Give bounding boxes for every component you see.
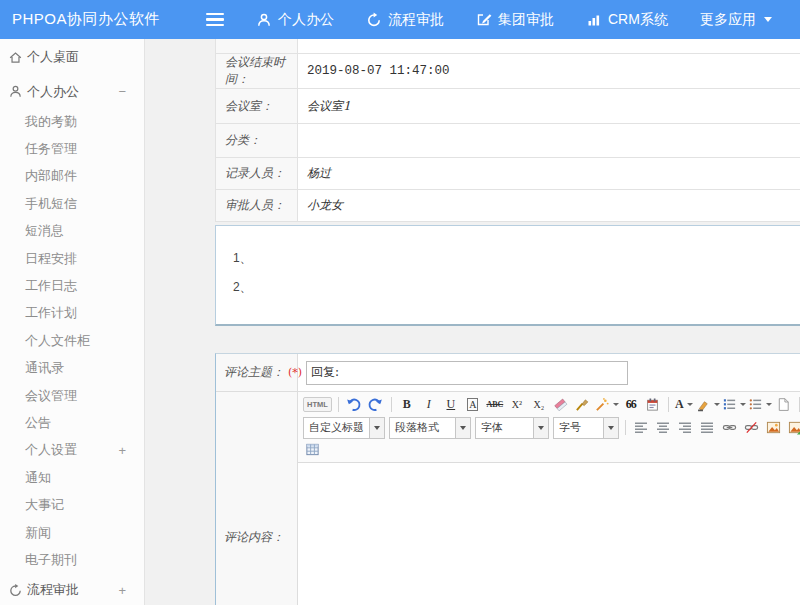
strikethrough-button[interactable]: ABC: [485, 395, 505, 414]
superscript-button[interactable]: X²: [507, 395, 527, 414]
eraser-icon[interactable]: [551, 395, 571, 414]
chevron-down-icon: [455, 418, 470, 438]
align-justify-icon[interactable]: [697, 418, 717, 437]
heading-select[interactable]: 自定义标题: [303, 417, 385, 439]
app-logo: PHPOA协同办公软件: [0, 10, 198, 29]
comment-subject-label: 评论主题：: [224, 364, 284, 381]
screenshot-icon[interactable]: [785, 418, 800, 437]
blockquote-button[interactable]: 66: [621, 395, 641, 414]
sidebar-item-my-attendance[interactable]: 我的考勤: [0, 108, 144, 135]
highlight-color-icon[interactable]: [696, 395, 720, 414]
nav-workflow-approval[interactable]: 流程审批: [366, 11, 444, 29]
nav-crm-system[interactable]: CRM系统: [586, 11, 668, 29]
refresh-icon: [366, 12, 388, 28]
nav-label: CRM系统: [608, 11, 668, 29]
sidebar-item-contacts[interactable]: 通讯录: [0, 355, 144, 382]
table-row: [216, 39, 800, 54]
nav-personal-office[interactable]: 个人办公: [256, 11, 334, 29]
font-color-button[interactable]: A: [674, 395, 694, 414]
sidebar-item-internal-mail[interactable]: 内部邮件: [0, 163, 144, 190]
ordered-list-icon[interactable]: [722, 395, 746, 414]
chevron-down-icon: [714, 403, 720, 406]
unlink-icon[interactable]: [741, 418, 761, 437]
italic-button[interactable]: I: [419, 395, 439, 414]
sidebar-item-personal-office[interactable]: 个人办公 −: [0, 75, 144, 108]
unordered-list-icon[interactable]: [748, 395, 772, 414]
paragraph-format-select[interactable]: 段落格式: [389, 417, 471, 439]
sidebar-item-work-plan[interactable]: 工作计划: [0, 300, 144, 327]
align-right-icon[interactable]: [675, 418, 695, 437]
nav-label: 集团审批: [498, 11, 554, 29]
sidebar-item-task-management[interactable]: 任务管理: [0, 135, 144, 162]
sidebar-item-e-journal[interactable]: 电子期刊: [0, 546, 144, 573]
underline-button[interactable]: U: [441, 395, 461, 414]
clipboard-icon[interactable]: [643, 395, 663, 414]
menu-toggle-button[interactable]: [206, 13, 224, 26]
sidebar-item-personal-files[interactable]: 个人文件柜: [0, 327, 144, 354]
align-center-icon[interactable]: [653, 418, 673, 437]
bar-chart-icon: [586, 12, 608, 28]
chevron-down-icon: [766, 403, 772, 406]
rich-text-editor: HTML B I U A ABC X² X₂: [298, 392, 800, 605]
sidebar-item-schedule[interactable]: 日程安排: [0, 245, 144, 272]
note-line: 2、: [233, 273, 800, 302]
nav-more-apps[interactable]: 更多应用: [700, 11, 772, 29]
sidebar-item-sms[interactable]: 手机短信: [0, 190, 144, 217]
bold-button[interactable]: B: [397, 395, 417, 414]
sidebar-item-personal-settings[interactable]: 个人设置 +: [0, 437, 144, 464]
new-page-icon[interactable]: [774, 395, 794, 414]
sidebar-item-announcement[interactable]: 公告: [0, 409, 144, 436]
border-text-button[interactable]: A: [467, 398, 478, 411]
undo-icon[interactable]: [344, 395, 364, 414]
chevron-down-icon: [740, 403, 746, 406]
expand-icon[interactable]: +: [118, 443, 126, 458]
note-line: 1、: [233, 244, 800, 273]
comment-subject-input[interactable]: [306, 361, 628, 385]
sidebar-item-major-events[interactable]: 大事记: [0, 491, 144, 518]
top-nav-bar: PHPOA协同办公软件 个人办公 流程审批 集团审批 CRM系统 更多应用: [0, 0, 800, 39]
sidebar-item-meeting-management[interactable]: 会议管理: [0, 382, 144, 409]
edit-icon: [476, 12, 498, 28]
format-painter-icon[interactable]: [573, 395, 593, 414]
sidebar-item-short-message[interactable]: 短消息: [0, 218, 144, 245]
font-size-select[interactable]: 字号: [553, 417, 619, 439]
chevron-down-icon: [687, 403, 693, 406]
nav-label: 个人办公: [278, 11, 334, 29]
user-icon: [256, 12, 278, 28]
sidebar-item-workflow-approval[interactable]: 流程审批 +: [0, 574, 144, 605]
editor-toolbar: HTML B I U A ABC X² X₂: [298, 392, 800, 463]
meeting-notes-box: 1、 2、: [215, 225, 800, 326]
font-family-select[interactable]: 字体: [475, 417, 549, 439]
sidebar-item-personal-desktop[interactable]: 个人桌面: [0, 39, 144, 75]
insert-image-icon[interactable]: [763, 418, 783, 437]
chevron-down-icon: [369, 418, 384, 438]
link-icon[interactable]: [719, 418, 739, 437]
sidebar-item-work-log[interactable]: 工作日志: [0, 272, 144, 299]
main-content: 会议结束时间： 2019-08-07 11:47:00 会议室： 会议室1 分类…: [145, 39, 800, 605]
sidebar-item-news[interactable]: 新闻: [0, 519, 144, 546]
comment-content-label: 评论内容：: [216, 392, 298, 605]
redo-icon[interactable]: [366, 395, 386, 414]
comment-subject-row: 评论主题： (*): [216, 354, 800, 392]
collapse-icon[interactable]: −: [118, 84, 126, 99]
autotypeset-icon[interactable]: [595, 395, 619, 414]
user-icon: [8, 84, 23, 99]
table-row-recorder: 记录人员： 杨过: [216, 158, 800, 190]
align-left-icon[interactable]: [631, 418, 651, 437]
html-source-button[interactable]: HTML: [303, 397, 332, 412]
editor-content-area[interactable]: [298, 463, 800, 605]
table-row-meeting-end-time: 会议结束时间： 2019-08-07 11:47:00: [216, 54, 800, 89]
nav-group-approval[interactable]: 集团审批: [476, 11, 554, 29]
nav-label: 更多应用: [700, 11, 756, 29]
comment-form: 评论主题： (*) 评论内容： HTML: [215, 353, 800, 605]
subscript-button[interactable]: X₂: [529, 395, 549, 414]
table-row-category: 分类：: [216, 124, 800, 158]
insert-table-icon[interactable]: [302, 440, 322, 459]
table-row-meeting-room: 会议室： 会议室1: [216, 89, 800, 124]
expand-icon[interactable]: +: [118, 583, 126, 598]
chevron-down-icon: [603, 418, 618, 438]
meeting-info-table: 会议结束时间： 2019-08-07 11:47:00 会议室： 会议室1 分类…: [215, 39, 800, 222]
sidebar: 个人桌面 个人办公 − 我的考勤 任务管理 内部邮件 手机短信 短消息 日程安排…: [0, 39, 145, 605]
table-row-approver: 审批人员： 小龙女: [216, 190, 800, 222]
sidebar-item-notice[interactable]: 通知: [0, 464, 144, 491]
